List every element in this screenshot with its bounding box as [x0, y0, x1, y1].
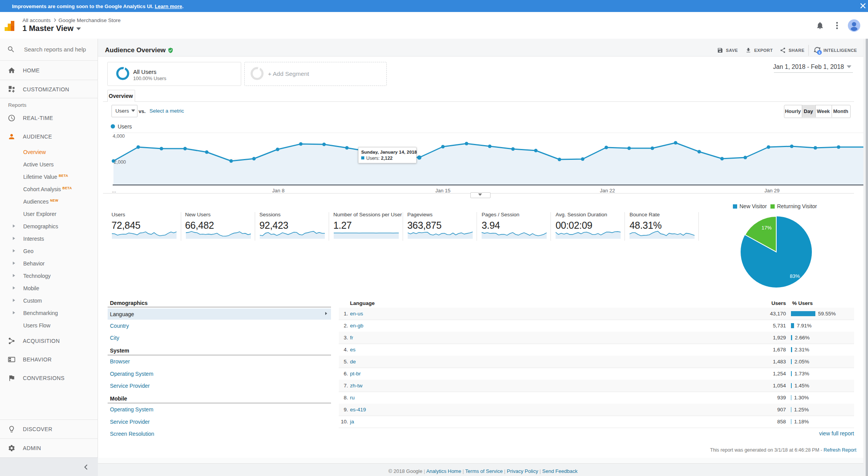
svg-text:5: 5	[818, 51, 820, 55]
svg-text:83%: 83%	[790, 273, 800, 279]
svg-text:17%: 17%	[762, 225, 772, 231]
